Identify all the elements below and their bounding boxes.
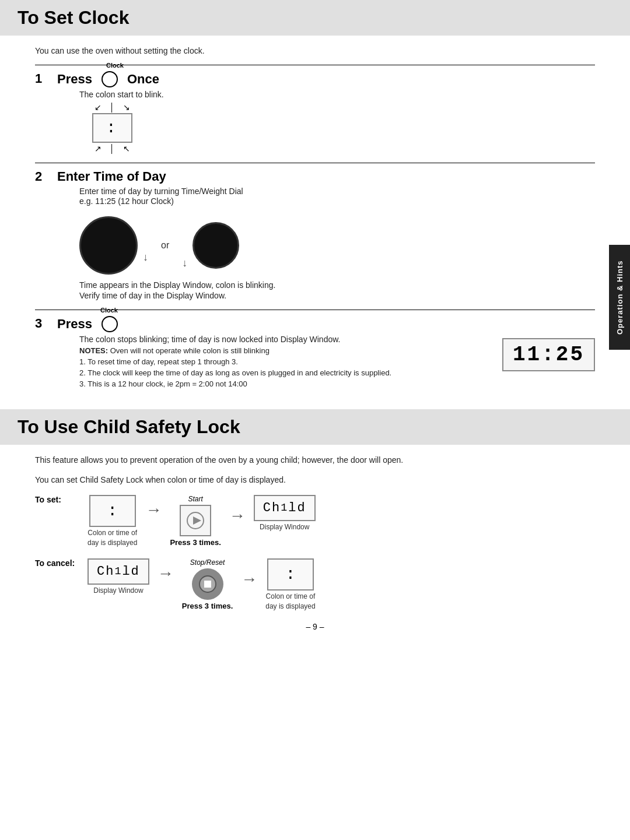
step1-display-wrap: ↙ │ ↘ : ↗ │ ↖	[92, 103, 132, 153]
start-button[interactable]	[180, 505, 211, 536]
step3-label: Press Clock	[57, 316, 123, 332]
to-set-colon-caption2: day is displayed	[88, 539, 137, 547]
to-set-flow: : Colon or time of day is displayed → St…	[88, 495, 316, 547]
to-set-section: To set: : Colon or time of day is displa…	[35, 495, 595, 547]
to-set-colon-display: :	[89, 495, 136, 527]
to-set-child-display: Ch1ld	[254, 495, 316, 521]
to-cancel-flow: Ch1ld Display Window → Stop/Reset	[88, 558, 316, 610]
to-cancel-label: To cancel:	[35, 558, 76, 568]
to-set-display-window: Display Window	[260, 523, 309, 531]
to-set-start-item: Start Press 3 times.	[170, 495, 220, 547]
to-cancel-press-times: Press 3 times.	[182, 602, 233, 610]
dial-arrow-right: ↓	[143, 251, 148, 263]
side-tab: Operation & Hints	[609, 245, 630, 350]
step3-row: 3 Press Clock The colon stops blinking; …	[35, 310, 595, 392]
step1-arrows-top: ↙ │ ↘	[94, 103, 130, 112]
right-dial-wrap: ↓	[192, 222, 239, 269]
stop-reset-button[interactable]	[192, 568, 223, 600]
section-title-child: To Use Child Safety Lock	[18, 416, 612, 438]
step2-row: 2 Enter Time of Day Enter time of day by…	[35, 163, 595, 304]
to-cancel-colon-item: : Colon or time of day is displayed	[265, 558, 315, 610]
to-set-arrow1: →	[137, 501, 170, 519]
step3-clock-label-above: Clock	[100, 307, 118, 314]
to-set-arrow2: →	[221, 507, 254, 525]
step3-note2: 2. The clock will keep the time of day a…	[79, 368, 467, 377]
or-text: or	[161, 240, 169, 251]
to-cancel-colon-display: :	[267, 558, 314, 591]
section-header-clock: To Set Clock	[0, 0, 630, 36]
step1-arrows-bottom: ↗ │ ↖	[94, 144, 130, 153]
arrow-ne: ↘	[123, 103, 130, 112]
to-cancel-child-display: Ch1ld	[88, 558, 149, 585]
step3-notes: NOTES: Oven will not operate while colon…	[79, 346, 467, 355]
step2-time-display1: Time appears in the Display Window, colo…	[79, 280, 275, 290]
step3-note1: 1. To reset time of day, repeat step 1 t…	[79, 357, 467, 366]
step1-colon-display: :	[92, 113, 132, 143]
to-cancel-display-window: Display Window	[93, 586, 143, 595]
step1-detail: The colon start to blink.	[79, 90, 164, 99]
to-set-colon-caption1: Colon or time of	[88, 529, 137, 537]
step3-notes-bold-text: Oven will not operate while colon is sti…	[108, 346, 270, 355]
step1-once-text: Once	[127, 72, 159, 87]
left-dial-wrap: ↓	[79, 216, 138, 275]
subtitle-text: You can use the oven without setting the…	[35, 46, 595, 55]
child-desc1: This feature allows you to prevent opera…	[35, 455, 595, 465]
step1-row: 1 Press Clock Once The colon start to bl…	[35, 65, 595, 157]
page-number: – 9 –	[35, 622, 595, 631]
step1-number: 1	[35, 71, 57, 86]
to-set-press-times: Press 3 times.	[170, 538, 220, 547]
step2-dials-row: ↓ or ↓	[79, 216, 275, 275]
step1-clock-label-above: Clock	[106, 62, 124, 69]
dial-arrow-left: ↓	[182, 257, 187, 269]
step2-label: Enter Time of Day	[57, 169, 275, 184]
step1-press-text: Press	[57, 72, 92, 87]
step2-detail2: e.g. 11:25 (12 hour Clock)	[79, 196, 275, 206]
svg-rect-3	[204, 581, 211, 588]
arrow-sw: ↗	[94, 144, 102, 153]
to-cancel-section: To cancel: Ch1ld Display Window → Stop/R…	[35, 558, 595, 610]
to-cancel-child-item: Ch1ld Display Window	[88, 558, 149, 595]
step3-note-main: The colon stops blinking; time of day is…	[79, 335, 467, 344]
arrow-n: │	[110, 103, 115, 112]
section-header-child: To Use Child Safety Lock	[0, 409, 630, 445]
arrow-s: │	[110, 144, 115, 153]
to-cancel-colon-caption2: day is displayed	[265, 602, 315, 610]
step1-label: Press Clock Once	[57, 71, 159, 87]
arrow-se: ↖	[123, 144, 130, 153]
left-dial[interactable]	[79, 216, 138, 275]
step3-number: 3	[35, 316, 57, 331]
digital-time-display: 11:25	[502, 338, 595, 371]
to-set-child-display-item: Ch1ld Display Window	[254, 495, 316, 531]
to-cancel-stop-label: Stop/Reset	[190, 558, 225, 567]
svg-marker-1	[193, 516, 201, 525]
to-cancel-arrow2: →	[233, 570, 265, 589]
clock-button-step3[interactable]	[102, 316, 118, 332]
clock-button-step1[interactable]	[102, 71, 118, 87]
stop-icon	[197, 574, 218, 595]
step2-number: 2	[35, 169, 57, 184]
to-cancel-colon-caption1: Colon or time of	[266, 592, 316, 600]
step3-note3: 3. This is a 12 hour clock, ie 2pm = 2:0…	[79, 379, 467, 388]
to-set-label: To set:	[35, 495, 76, 504]
to-set-colon-item: : Colon or time of day is displayed	[88, 495, 137, 547]
start-icon	[185, 510, 206, 531]
step2-detail1: Enter time of day by turning Time/Weight…	[79, 187, 275, 196]
step3-notes-bold: NOTES:	[79, 346, 108, 355]
to-cancel-stop-item: Stop/Reset Press 3 times.	[182, 558, 233, 610]
child-desc2: You can set Child Safety Lock when colon…	[35, 475, 595, 484]
step2-time-display2: Verify time of day in the Display Window…	[79, 291, 275, 300]
right-dial[interactable]	[192, 222, 239, 269]
step3-press-text: Press	[57, 317, 92, 332]
section-title-clock: To Set Clock	[18, 7, 612, 29]
arrow-nw: ↙	[94, 103, 102, 112]
step3-content: The colon stops blinking; time of day is…	[57, 332, 595, 388]
to-cancel-arrow1: →	[149, 564, 182, 583]
to-set-start-label: Start	[188, 495, 202, 503]
